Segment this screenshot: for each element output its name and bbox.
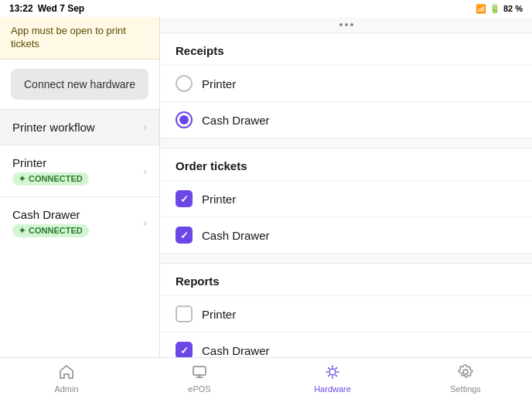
order-tickets-section: Order tickets Printer Cash Drawer	[160, 148, 532, 254]
reports-printer-checkbox[interactable]	[176, 305, 193, 322]
sidebar-item-content: Printer workflow	[12, 121, 95, 134]
tab-epos-label: ePOS	[188, 384, 210, 394]
sidebar-item-label: Cash Drawer	[12, 208, 89, 221]
receipts-printer-radio[interactable]	[176, 75, 193, 92]
receipts-cash-drawer-row[interactable]: Cash Drawer	[160, 101, 532, 138]
sidebar-item-label: Printer	[12, 156, 89, 169]
reports-printer-label: Printer	[202, 308, 236, 321]
bluetooth-icon: ✦	[19, 174, 26, 184]
receipts-cash-drawer-label: Cash Drawer	[202, 114, 270, 127]
tab-settings[interactable]: Settings	[399, 358, 532, 399]
app-container: App must be open to print tickets Connec…	[0, 17, 532, 357]
epos-icon	[191, 363, 208, 383]
sidebar-item-cash-drawer[interactable]: Cash Drawer ✦ CONNECTED ›	[0, 196, 159, 248]
reports-cash-drawer-checkbox[interactable]	[176, 342, 193, 357]
tab-settings-label: Settings	[450, 384, 481, 394]
status-bar: 13:22 Wed 7 Sep 📶 🔋 82 %	[0, 0, 532, 17]
reports-cash-drawer-label: Cash Drawer	[202, 344, 270, 357]
battery-level: 82 %	[503, 4, 523, 13]
receipts-section: Receipts Printer Cash Drawer	[160, 32, 532, 138]
tab-epos[interactable]: ePOS	[133, 358, 266, 399]
main-content: Receipts Printer Cash Drawer Order ticke…	[160, 17, 532, 357]
connected-badge: ✦ CONNECTED	[12, 172, 89, 186]
order-tickets-title: Order tickets	[160, 148, 532, 180]
badge-label: CONNECTED	[29, 226, 83, 235]
reports-section: Reports Printer Cash Drawer	[160, 263, 532, 357]
reports-printer-row[interactable]: Printer	[160, 295, 532, 332]
dot	[339, 23, 343, 26]
receipts-title: Receipts	[160, 33, 532, 65]
time: 13:22	[9, 3, 33, 14]
order-printer-row[interactable]: Printer	[160, 180, 532, 217]
svg-point-2	[463, 370, 468, 374]
sidebar-item-content: Printer ✦ CONNECTED	[12, 156, 89, 186]
chevron-right-icon: ›	[143, 165, 147, 177]
dot	[345, 23, 348, 26]
order-printer-label: Printer	[202, 193, 236, 206]
order-cash-drawer-label: Cash Drawer	[202, 229, 270, 242]
tab-bar: Admin ePOS Hardware Settings	[0, 357, 532, 399]
sidebar-item-label: Printer workflow	[12, 121, 95, 134]
hardware-icon	[324, 363, 341, 383]
tab-hardware-label: Hardware	[314, 384, 351, 394]
dot	[350, 23, 353, 26]
battery-icon: 🔋	[489, 4, 500, 14]
connected-badge: ✦ CONNECTED	[12, 224, 89, 237]
wifi-icon: 📶	[476, 4, 486, 14]
tab-hardware[interactable]: Hardware	[266, 358, 399, 399]
date: Wed 7 Sep	[38, 3, 84, 14]
tab-admin[interactable]: Admin	[0, 358, 133, 399]
order-cash-drawer-row[interactable]: Cash Drawer	[160, 217, 532, 253]
bluetooth-icon: ✦	[19, 226, 26, 236]
chevron-right-icon: ›	[143, 121, 147, 133]
sidebar-notice: App must be open to print tickets	[0, 17, 159, 60]
order-printer-checkbox[interactable]	[176, 190, 193, 207]
dots-menu[interactable]	[160, 17, 532, 32]
sidebar-item-printer[interactable]: Printer ✦ CONNECTED ›	[0, 145, 159, 196]
order-cash-drawer-checkbox[interactable]	[176, 227, 193, 244]
connect-hardware-button[interactable]: Connect new hardware	[11, 69, 148, 100]
reports-title: Reports	[160, 264, 532, 295]
reports-cash-drawer-row[interactable]: Cash Drawer	[160, 332, 532, 357]
svg-rect-0	[193, 367, 206, 375]
svg-point-1	[329, 369, 336, 375]
receipts-cash-drawer-radio[interactable]	[176, 111, 193, 128]
admin-icon	[58, 363, 75, 383]
sidebar-item-printer-workflow[interactable]: Printer workflow ›	[0, 109, 159, 145]
tab-admin-label: Admin	[54, 384, 78, 394]
chevron-right-icon: ›	[143, 217, 147, 229]
settings-icon	[457, 363, 474, 383]
sidebar: App must be open to print tickets Connec…	[0, 17, 160, 357]
sidebar-item-content: Cash Drawer ✦ CONNECTED	[12, 208, 89, 237]
receipts-printer-label: Printer	[202, 77, 236, 90]
badge-label: CONNECTED	[29, 174, 83, 183]
receipts-printer-row[interactable]: Printer	[160, 65, 532, 101]
